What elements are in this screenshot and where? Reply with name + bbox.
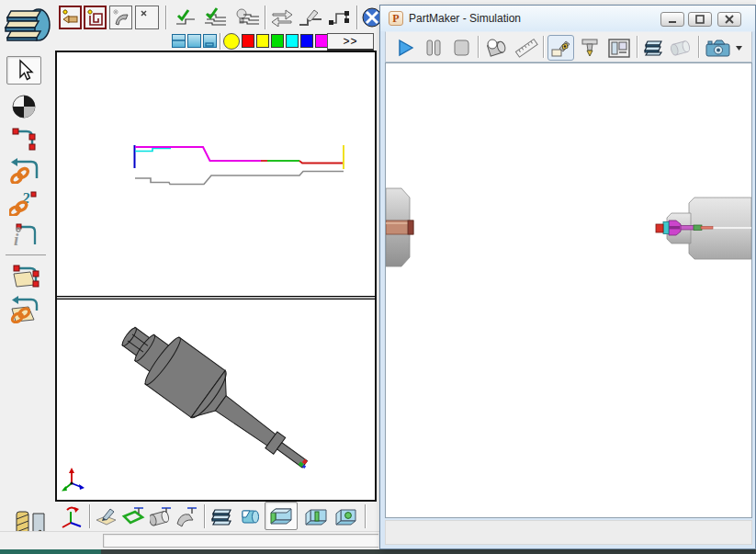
- status-message-field: [103, 534, 378, 548]
- face-nodes-icon: [8, 261, 39, 290]
- camera-icon: [705, 38, 732, 59]
- verify-step-button[interactable]: [172, 6, 198, 29]
- swap-arrows-icon: [270, 8, 294, 27]
- toolbar-separator: [265, 6, 266, 29]
- pivot-sphere-button[interactable]: [6, 92, 41, 120]
- restore-button[interactable]: [688, 12, 712, 27]
- view-toolbar: [55, 502, 379, 531]
- surface-window-icon: [175, 505, 197, 527]
- screen-bottom-edge-left: [0, 549, 101, 554]
- more-colors-button[interactable]: >>: [327, 33, 374, 51]
- link-two-button[interactable]: 2: [6, 187, 41, 216]
- measure-ruler-button[interactable]: [513, 37, 539, 59]
- simulation-window-title: PartMaker - Simulation: [409, 12, 521, 25]
- simulation-titlebar[interactable]: P PartMaker - Simulation: [380, 6, 755, 31]
- swap-arrows-button[interactable]: [268, 6, 295, 28]
- profile-2d-drawing: [57, 52, 375, 296]
- toolbar-separator: [637, 36, 638, 58]
- svg-text:i: i: [14, 230, 19, 248]
- pan-circle-icon: [360, 7, 379, 28]
- toolbar-separator: [543, 36, 545, 58]
- pivot-sphere-icon: [11, 94, 37, 119]
- stop-button[interactable]: [450, 37, 472, 59]
- axes-rotate-button[interactable]: [58, 503, 85, 530]
- minimize-button[interactable]: [660, 12, 684, 27]
- surface-window-button[interactable]: [173, 503, 198, 529]
- simulation-scene: [386, 63, 751, 517]
- camera-capture-button[interactable]: [703, 36, 734, 60]
- index-part-button[interactable]: [237, 504, 263, 528]
- stock-display-icon: [671, 39, 693, 57]
- bulb-paths-icon: [234, 7, 260, 28]
- simulation-viewport[interactable]: [385, 62, 752, 518]
- drill-tool-button[interactable]: [578, 37, 602, 59]
- face-link-button[interactable]: [6, 293, 41, 323]
- link-two-icon: 2: [9, 188, 39, 216]
- toolbar-separator: [165, 6, 167, 29]
- part-3d-pane[interactable]: [57, 300, 375, 500]
- layout-full-window-button[interactable]: [187, 34, 201, 48]
- stock-cylinder-button[interactable]: [483, 37, 509, 59]
- toolbar-separator: [89, 504, 91, 528]
- sketch-plane-button[interactable]: [93, 504, 118, 528]
- play-button[interactable]: [395, 37, 417, 59]
- close-button[interactable]: [717, 12, 741, 27]
- slot-box-button[interactable]: [301, 504, 330, 528]
- pause-button[interactable]: [423, 37, 445, 59]
- active-color-preview[interactable]: [223, 33, 240, 50]
- face-nodes-button[interactable]: [6, 260, 41, 290]
- rotate-surface-button[interactable]: [109, 6, 132, 29]
- layout-split-horizontal-button[interactable]: [172, 34, 186, 48]
- link-arrow-icon: [9, 156, 39, 184]
- link-arrow-button[interactable]: [6, 155, 41, 184]
- profile-segment-mirror-outline: [135, 172, 344, 185]
- burr-tool-button[interactable]: [59, 6, 82, 29]
- rotate-surface-icon: [112, 8, 130, 27]
- part-display-button[interactable]: [641, 37, 666, 59]
- hole-box-button[interactable]: [332, 504, 359, 528]
- pen-on-step-button[interactable]: [297, 6, 324, 28]
- layout-window-bar-button[interactable]: [203, 34, 217, 48]
- face-window-button[interactable]: [119, 503, 146, 529]
- toolbar-separator: [204, 504, 206, 528]
- color-swatch-0[interactable]: [242, 34, 254, 48]
- color-swatch-1[interactable]: [256, 34, 269, 48]
- machine-panel-icon: [607, 38, 631, 59]
- chevron-down-icon: [735, 45, 743, 51]
- select-tool-button[interactable]: [6, 56, 41, 85]
- toolbar-separator: [365, 504, 367, 528]
- color-swatch-2[interactable]: [271, 34, 284, 48]
- cylinder-window-button[interactable]: [148, 504, 173, 528]
- contour-spiral-button[interactable]: [84, 6, 107, 29]
- app-logo: [0, 0, 55, 51]
- color-swatch-3[interactable]: [286, 34, 299, 48]
- profile-2d-pane[interactable]: [57, 52, 375, 296]
- turn-part-button[interactable]: [209, 504, 236, 528]
- stock-cylinder-icon: [484, 38, 508, 58]
- burr-tool-icon: [62, 8, 80, 27]
- camera-dropdown-button[interactable]: [734, 41, 743, 54]
- profile-segment-turn-path-red-b: [299, 161, 344, 164]
- color-swatch-4[interactable]: [300, 34, 313, 48]
- hole-box-icon: [333, 506, 358, 527]
- machine-panel-button[interactable]: [605, 36, 633, 60]
- close-icon: [724, 15, 735, 24]
- drill-tool-icon: [580, 38, 600, 58]
- solid-box-button[interactable]: [265, 502, 298, 530]
- index-part-icon: [239, 506, 261, 526]
- path-nodes-button[interactable]: [326, 6, 353, 28]
- delete-box-button[interactable]: [135, 6, 159, 29]
- select-arrow-icon: [13, 59, 35, 83]
- pan-circle-button[interactable]: [360, 6, 379, 28]
- sub-spindle-tool: [656, 198, 751, 259]
- verify-all-steps-button[interactable]: [200, 6, 229, 29]
- info-path-button[interactable]: i: [6, 220, 41, 248]
- turn-tool-button[interactable]: [547, 35, 574, 61]
- bulb-paths-button[interactable]: [231, 6, 262, 29]
- stock-display-button[interactable]: [669, 37, 694, 59]
- color-swatch-row: [242, 34, 330, 50]
- contour-spiral-icon: [86, 8, 105, 27]
- simulation-window[interactable]: P PartMaker - Simulation: [379, 5, 756, 549]
- color-swatch-5[interactable]: [315, 34, 328, 48]
- polyline-nodes-button[interactable]: [6, 123, 41, 152]
